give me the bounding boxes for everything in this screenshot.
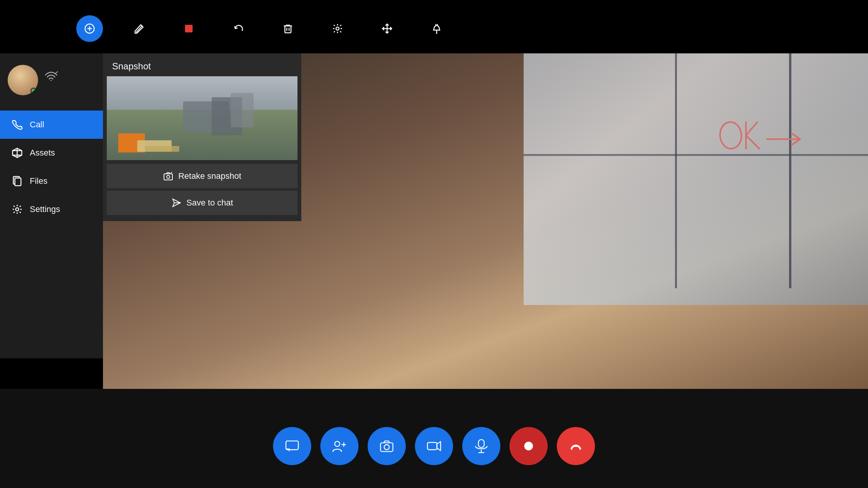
svg-point-26 xyxy=(719,121,743,150)
svg-line-29 xyxy=(746,135,759,149)
mic-icon xyxy=(473,438,489,454)
video-area: Chris Preston Snapshot Retake xyxy=(103,53,868,389)
retake-label: Retake snapshot xyxy=(178,171,241,181)
send-icon xyxy=(171,197,182,208)
chat-btn[interactable] xyxy=(273,427,311,465)
svg-line-28 xyxy=(746,122,757,135)
retake-icon xyxy=(163,171,174,181)
toolbar-delete-btn[interactable] xyxy=(275,15,301,42)
svg-rect-33 xyxy=(286,441,298,450)
svg-point-34 xyxy=(335,441,340,446)
end-call-icon xyxy=(568,438,584,454)
svg-rect-22 xyxy=(164,174,172,180)
video-btn[interactable] xyxy=(415,427,453,465)
sidebar-item-files[interactable]: Files xyxy=(0,167,103,195)
save-to-chat-label: Save to chat xyxy=(186,198,233,208)
add-participants-btn[interactable] xyxy=(320,427,358,465)
cube-icon xyxy=(11,147,23,159)
toolbar-pen-btn[interactable] xyxy=(126,15,153,42)
add-person-icon xyxy=(331,438,347,454)
sidebar-call-label: Call xyxy=(30,120,44,130)
svg-rect-41 xyxy=(478,440,484,448)
end-call-btn[interactable] xyxy=(557,427,595,465)
sidebar-item-call[interactable]: Call xyxy=(0,111,103,139)
camera-icon xyxy=(379,438,395,454)
toolbar-move-btn[interactable] xyxy=(374,15,400,42)
toolbar-undo-btn[interactable] xyxy=(225,15,252,42)
snapshot-image xyxy=(107,76,297,160)
record-icon xyxy=(521,438,537,454)
svg-rect-39 xyxy=(428,442,437,449)
avatar xyxy=(8,65,38,95)
svg-point-38 xyxy=(384,445,389,449)
svg-marker-40 xyxy=(437,442,441,451)
svg-rect-37 xyxy=(381,443,393,451)
save-to-chat-btn[interactable]: Save to chat xyxy=(107,191,297,215)
toolbar-pin-btn[interactable] xyxy=(423,15,450,42)
files-icon xyxy=(11,175,23,187)
sidebar-nav: Call Assets Files Settings xyxy=(0,111,103,223)
svg-rect-4 xyxy=(185,25,193,32)
call-controls xyxy=(0,427,868,465)
chat-icon xyxy=(284,438,300,454)
sidebar-item-assets[interactable]: Assets xyxy=(0,139,103,167)
svg-point-8 xyxy=(336,27,339,30)
ok-arrow-svg xyxy=(715,114,807,160)
sidebar-assets-label: Assets xyxy=(30,148,55,158)
svg-rect-5 xyxy=(285,26,291,33)
video-icon xyxy=(426,438,442,454)
online-indicator xyxy=(31,88,37,94)
sidebar-item-settings[interactable]: Settings xyxy=(0,195,103,223)
svg-line-14 xyxy=(56,71,58,73)
annotation-ok xyxy=(715,114,807,162)
svg-point-21 xyxy=(16,208,19,211)
settings-icon xyxy=(11,204,23,215)
sidebar-settings-label: Settings xyxy=(30,204,60,214)
wifi-icon xyxy=(44,71,58,85)
snapshot-title: Snapshot xyxy=(103,53,301,76)
toolbar-gear-btn[interactable] xyxy=(324,15,351,42)
mic-btn[interactable] xyxy=(462,427,500,465)
snapshot-btn[interactable] xyxy=(368,427,406,465)
toolbar-shape-btn[interactable] xyxy=(175,15,202,42)
toolbar xyxy=(76,15,450,42)
retake-snapshot-btn[interactable]: Retake snapshot xyxy=(107,164,297,188)
phone-icon xyxy=(11,119,23,130)
sidebar: Call Assets Files Settings xyxy=(0,53,103,358)
svg-point-23 xyxy=(167,175,170,178)
svg-line-32 xyxy=(792,139,800,145)
svg-rect-20 xyxy=(15,178,21,186)
svg-line-31 xyxy=(792,133,800,139)
toolbar-pointer-btn[interactable] xyxy=(76,15,103,42)
svg-point-44 xyxy=(524,442,533,451)
snapshot-panel: Snapshot Retake snapshot xyxy=(103,53,301,221)
sidebar-files-label: Files xyxy=(30,176,47,186)
record-btn[interactable] xyxy=(510,427,548,465)
